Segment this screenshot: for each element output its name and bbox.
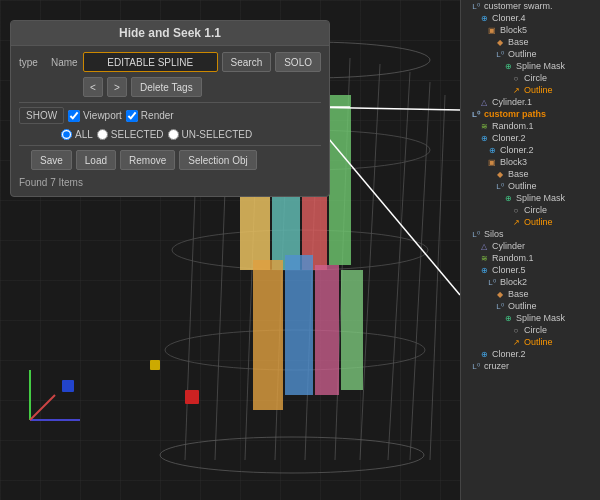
circle-icon: ○ <box>509 206 523 215</box>
outline-item[interactable]: L⁰customer swarm. <box>461 0 600 12</box>
outline-label: Outline <box>508 49 537 59</box>
outline-item[interactable]: ≋Random.1 <box>461 120 600 132</box>
outline-label: Outline <box>524 85 553 95</box>
cloner-icon: ⊕ <box>477 266 491 275</box>
all-radio[interactable] <box>61 129 72 140</box>
svg-rect-20 <box>285 255 313 395</box>
svg-rect-22 <box>341 270 363 390</box>
spline-icon: ⊕ <box>501 62 515 71</box>
type-label: type <box>19 57 47 68</box>
load-button[interactable]: Load <box>76 150 116 170</box>
outline-label: Silos <box>484 229 504 239</box>
outline-item[interactable]: ↗Outline <box>461 216 600 228</box>
base-icon: ◆ <box>493 170 507 179</box>
selected-radio-label[interactable]: SELECTED <box>97 129 164 140</box>
outline-label: Outline <box>524 337 553 347</box>
outline-label: Cylinder <box>492 241 525 251</box>
unselected-radio-label[interactable]: UN-SELECTED <box>168 129 253 140</box>
outline-item[interactable]: ⊕Spline Mask <box>461 192 600 204</box>
outline-item[interactable]: ⊕Cloner.2 <box>461 348 600 360</box>
outline-item[interactable]: L⁰Silos <box>461 228 600 240</box>
block-icon: ▣ <box>485 158 499 167</box>
outline-item[interactable]: L⁰cruzer <box>461 360 600 372</box>
outline-item[interactable]: ≋Random.1 <box>461 252 600 264</box>
svg-line-8 <box>410 82 430 460</box>
outline-item[interactable]: ○Circle <box>461 204 600 216</box>
divider-1 <box>19 102 321 103</box>
selection-obj-button[interactable]: Selection Obj <box>179 150 256 170</box>
outline-label: customr paths <box>484 109 546 119</box>
dialog-body: type Name Search SOLO < > Delete Tags SH… <box>11 46 329 196</box>
outline-item[interactable]: ↗Outline <box>461 336 600 348</box>
outline-label: Outline <box>524 217 553 227</box>
svg-line-6 <box>360 64 380 460</box>
nav-prev-button[interactable]: < <box>83 77 103 97</box>
cylinder-icon: △ <box>477 98 491 107</box>
layer-icon: L⁰ <box>493 50 507 59</box>
solo-button[interactable]: SOLO <box>275 52 321 72</box>
outline-item[interactable]: L⁰customr paths <box>461 108 600 120</box>
row-search: type Name Search SOLO <box>19 52 321 72</box>
dialog-title: Hide and Seek 1.1 <box>11 21 329 46</box>
outline-item[interactable]: ◆Base <box>461 288 600 300</box>
outline-label: Circle <box>524 205 547 215</box>
outline-icon: ↗ <box>509 218 523 227</box>
all-radio-label[interactable]: ALL <box>61 129 93 140</box>
outline-label: Circle <box>524 325 547 335</box>
selected-radio[interactable] <box>97 129 108 140</box>
outline-item[interactable]: ○Circle <box>461 72 600 84</box>
render-checkbox[interactable] <box>126 110 138 122</box>
outline-item[interactable]: ⊕Cloner.5 <box>461 264 600 276</box>
divider-2 <box>19 145 321 146</box>
save-button[interactable]: Save <box>31 150 72 170</box>
render-checkbox-label[interactable]: Render <box>126 110 174 122</box>
outline-item[interactable]: L⁰Outline <box>461 48 600 60</box>
outline-label: Cloner.4 <box>492 13 526 23</box>
marker-red <box>185 390 199 404</box>
outline-label: Cylinder.1 <box>492 97 532 107</box>
outline-item[interactable]: ▣Block5 <box>461 24 600 36</box>
outline-item[interactable]: ⊕Cloner.2 <box>461 132 600 144</box>
outline-item[interactable]: L⁰Outline <box>461 300 600 312</box>
outline-item[interactable]: △Cylinder <box>461 240 600 252</box>
layer-icon: L⁰ <box>469 362 483 371</box>
outline-item[interactable]: ▣Block3 <box>461 156 600 168</box>
cloner-icon: ⊕ <box>485 146 499 155</box>
outline-label: Spline Mask <box>516 61 565 71</box>
outline-list: L⁰customer swarm.⊕Cloner.4▣Block5◆BaseL⁰… <box>461 0 600 372</box>
editable-spline-input[interactable] <box>83 52 218 72</box>
layer-icon: L⁰ <box>469 2 483 11</box>
outline-item[interactable]: ◆Base <box>461 168 600 180</box>
outline-item[interactable]: △Cylinder.1 <box>461 96 600 108</box>
outline-label: Base <box>508 37 529 47</box>
nav-next-button[interactable]: > <box>107 77 127 97</box>
delete-tags-button[interactable]: Delete Tags <box>131 77 202 97</box>
show-button[interactable]: SHOW <box>19 107 64 124</box>
base-icon: ◆ <box>493 38 507 47</box>
outline-item[interactable]: ↗Outline <box>461 84 600 96</box>
random-icon: ≋ <box>477 254 491 263</box>
outline-label: Block5 <box>500 25 527 35</box>
outline-item[interactable]: ○Circle <box>461 324 600 336</box>
outline-label: customer swarm. <box>484 1 553 11</box>
viewport-checkbox[interactable] <box>68 110 80 122</box>
outline-item[interactable]: L⁰Block2 <box>461 276 600 288</box>
outline-label: Block2 <box>500 277 527 287</box>
outline-item[interactable]: ⊕Spline Mask <box>461 312 600 324</box>
circle-icon: ○ <box>509 74 523 83</box>
outline-item[interactable]: ⊕Spline Mask <box>461 60 600 72</box>
outline-label: Cloner.2 <box>492 133 526 143</box>
outline-item[interactable]: ⊕Cloner.2 <box>461 144 600 156</box>
remove-button[interactable]: Remove <box>120 150 175 170</box>
outline-label: Cloner.2 <box>492 349 526 359</box>
search-button[interactable]: Search <box>222 52 272 72</box>
outline-item[interactable]: ⊕Cloner.4 <box>461 12 600 24</box>
outline-label: Block3 <box>500 157 527 167</box>
outline-item[interactable]: ◆Base <box>461 36 600 48</box>
viewport-checkbox-label[interactable]: Viewport <box>68 110 122 122</box>
hide-and-seek-dialog: Hide and Seek 1.1 type Name Search SOLO … <box>10 20 330 197</box>
unselected-radio[interactable] <box>168 129 179 140</box>
svg-point-14 <box>160 437 424 473</box>
row-nav: < > Delete Tags <box>19 77 321 97</box>
outline-item[interactable]: L⁰Outline <box>461 180 600 192</box>
